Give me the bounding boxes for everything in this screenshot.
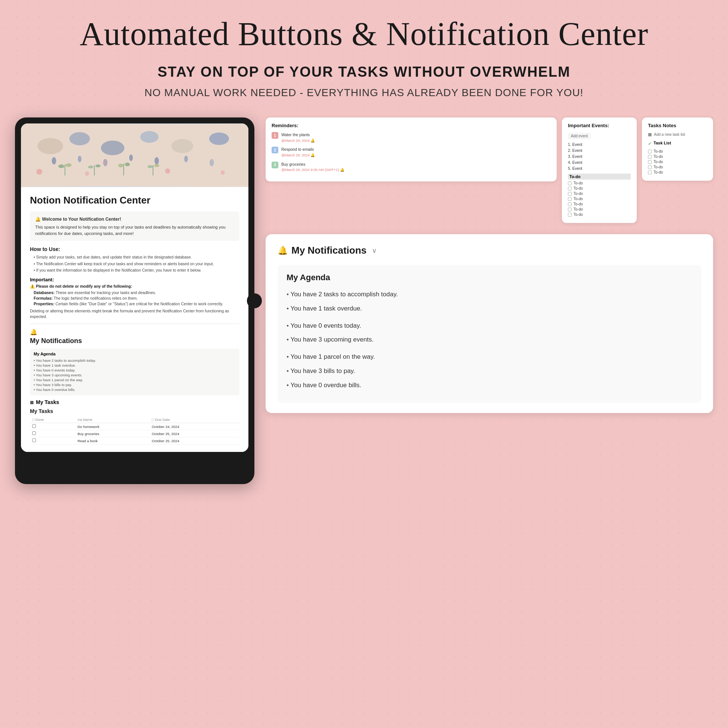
content-row: Notion Notification Center 🔔 Welcome to … <box>0 118 728 484</box>
svg-point-4 <box>140 131 159 142</box>
welcome-body: This space is designed to help you stay … <box>35 224 234 236</box>
todo-checkbox-7[interactable] <box>568 213 572 217</box>
reminder-item-2: 2 Respond to emails @March 29, 2024 🔔 <box>272 147 551 158</box>
warning-para: Deleting or altering these elements migh… <box>30 308 239 319</box>
widgets-row: Reminders: 1 Water the plants @March 29,… <box>266 118 713 223</box>
reminder-date-1: @March 29, 2024 🔔 <box>281 138 315 142</box>
subtitle1: STAY ON TOP OF YOUR TASKS WITHOUT OVERWH… <box>0 64 728 80</box>
todo-checkbox-5[interactable] <box>568 202 572 206</box>
tasks-header: ▦ My Tasks <box>30 399 239 405</box>
todo-checkbox-6[interactable] <box>568 208 572 211</box>
todo-checkbox-3[interactable] <box>568 192 572 196</box>
agenda-heading: My Agenda <box>286 273 692 283</box>
tablet-wrapper: Notion Notification Center 🔔 Welcome to … <box>15 118 254 484</box>
reminder-date-2: @March 29, 2024 🔔 <box>281 153 315 157</box>
tasks-notes-title: Tasks Notes <box>648 123 707 128</box>
todo-checkbox-2[interactable] <box>568 187 572 190</box>
events-widget: Important Events: Add event 1. Event 2. … <box>562 118 637 223</box>
add-event-button[interactable]: Add event <box>568 133 591 139</box>
todo-checkbox-1[interactable] <box>568 182 572 185</box>
right-panel: Reminders: 1 Water the plants @March 29,… <box>266 118 713 413</box>
todo-item-7: To-do <box>568 213 631 217</box>
spacer-2 <box>286 349 692 352</box>
reminders-widget: Reminders: 1 Water the plants @March 29,… <box>266 118 557 182</box>
my-tasks-heading: My Tasks <box>30 408 239 414</box>
bold-bullet-2: Formulas: The logic behind the notificat… <box>34 296 239 300</box>
add-task-list-row: ▦ Add a new task list <box>648 132 707 137</box>
divider-1 <box>30 324 239 324</box>
task-done-3[interactable] <box>30 437 75 444</box>
svg-point-9 <box>103 159 108 167</box>
task-due-3: October 25, 2024 <box>150 437 239 444</box>
reminder-text-1: Water the plants @March 29, 2024 🔔 <box>281 132 315 143</box>
task-due-2: October 25, 2024 <box>150 430 239 437</box>
tl-checkbox-4[interactable] <box>648 165 652 169</box>
table-row: Buy groceries October 25, 2024 <box>30 430 239 437</box>
col-done: □ Done <box>30 416 75 423</box>
todo-checkbox-4[interactable] <box>568 197 572 201</box>
welcome-box: 🔔 Welcome to Your Notification Center! T… <box>30 211 239 241</box>
tasks-section-title: My Tasks <box>36 399 59 405</box>
svg-point-7 <box>52 157 56 165</box>
task-list-header: ✓ Task List <box>648 141 707 147</box>
agenda-section: My Agenda You have 2 tasks to accomplish… <box>278 265 701 402</box>
agenda-title: My Agenda <box>34 352 236 356</box>
svg-point-11 <box>154 157 159 165</box>
todo-item-4: To-do <box>568 197 631 201</box>
todo-item-1: To-do <box>568 181 631 185</box>
welcome-title: 🔔 Welcome to Your Notification Center! <box>35 216 234 223</box>
task-name-1: Do homework <box>75 423 150 430</box>
notifications-card-title: My Notifications <box>291 245 367 256</box>
warning-text: ⚠️ Please do not delete or modify any of… <box>30 284 239 289</box>
events-title: Important Events: <box>568 123 631 128</box>
reminder-num-1: 1 <box>272 132 278 139</box>
important-title: Important: <box>30 277 239 283</box>
how-to-bullet-3: • If you want the information to be disp… <box>34 268 239 273</box>
svg-point-19 <box>95 165 101 168</box>
todo-title: To-do <box>568 174 631 180</box>
reminder-date-3: @March 29, 2024 9:00 AM (GMT+1) 🔔 <box>281 168 344 172</box>
svg-point-24 <box>147 165 153 168</box>
todo-item-3: To-do <box>568 191 631 196</box>
reminder-text-2: Respond to emails @March 29, 2024 🔔 <box>281 147 315 158</box>
svg-point-25 <box>154 164 159 167</box>
task-list-heading: Task List <box>653 141 671 145</box>
svg-point-6 <box>209 132 229 145</box>
notion-title: Notion Notification Center <box>30 194 239 206</box>
table-row: Read a book October 25, 2024 <box>30 437 239 444</box>
tl-checkbox-3[interactable] <box>648 160 652 164</box>
reminder-text-3: Buy groceries @March 29, 2024 9:00 AM (G… <box>281 162 344 173</box>
reminder-item-3: 3 Buy groceries @March 29, 2024 9:00 AM … <box>272 162 551 173</box>
svg-point-13 <box>210 159 214 167</box>
bold-bullet-3: Properties: Certain fields (like "Due Da… <box>34 301 239 306</box>
notif-bullet-7: You have 0 overdue bills. <box>286 381 692 390</box>
dot-connector <box>247 293 262 308</box>
notifications-header: 🔔 My Notifications ∨ <box>278 245 701 256</box>
svg-point-27 <box>85 171 89 176</box>
tl-checkbox-1[interactable] <box>648 150 652 153</box>
agenda-item-9: • You have 0 overdue bills. <box>34 388 236 392</box>
tl-checkbox-2[interactable] <box>648 155 652 159</box>
task-done-2[interactable] <box>30 430 75 437</box>
tl-item-1: To-do <box>648 149 707 153</box>
svg-point-18 <box>88 165 93 168</box>
agenda-item-8: • You have 3 bills to pay. <box>34 383 236 387</box>
svg-point-22 <box>125 163 130 167</box>
my-notifications-title: My Notifications <box>30 337 239 345</box>
task-due-1: October 24, 2024 <box>150 423 239 430</box>
task-name-2: Buy groceries <box>75 430 150 437</box>
event-item-3: 3. Event <box>568 154 631 159</box>
reminder-item-1: 1 Water the plants @March 29, 2024 🔔 <box>272 132 551 143</box>
tablet-mockup: Notion Notification Center 🔔 Welcome to … <box>15 118 254 484</box>
notifications-chevron-icon[interactable]: ∨ <box>372 246 377 255</box>
bold-bullet-1: Databases: These are essential for track… <box>34 290 239 295</box>
notifications-bell-icon: 🔔 <box>278 246 288 255</box>
svg-point-2 <box>69 132 90 145</box>
svg-point-1 <box>37 138 63 154</box>
tl-checkbox-5[interactable] <box>648 171 652 174</box>
event-item-4: 4. Event <box>568 160 631 165</box>
table-row: Do homework October 24, 2024 <box>30 423 239 430</box>
agenda-item-4: • You have 0 events today. <box>34 368 236 372</box>
tl-item-5: To-do <box>648 170 707 174</box>
task-done-1[interactable] <box>30 423 75 430</box>
